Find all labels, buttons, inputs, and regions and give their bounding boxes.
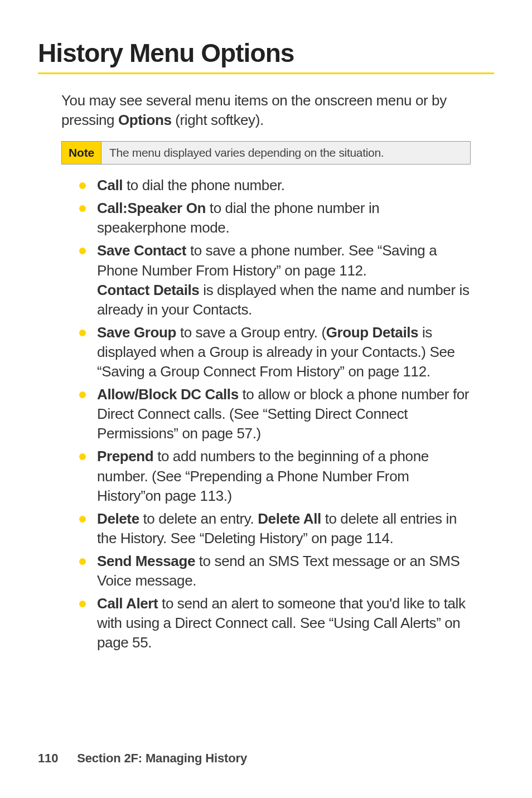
list-item-save-contact: Save Contact to save a phone number. See… [79, 241, 471, 319]
option-name-secondary: Group Details [326, 324, 418, 341]
page-number: 110 [38, 751, 58, 765]
section-title: Section 2F: Managing History [77, 751, 247, 765]
option-desc: to save a Group entry. ( [176, 324, 326, 341]
list-item-call-alert: Call Alert to send an alert to someone t… [79, 594, 471, 652]
option-name: Delete [97, 510, 139, 527]
option-name-secondary: Contact Details [97, 282, 199, 298]
page-footer: 110 Section 2F: Managing History [38, 751, 247, 766]
note-text: The menu displayed varies depending on t… [101, 142, 470, 164]
list-item-allow-block-dc: Allow/Block DC Calls to allow or block a… [79, 385, 471, 443]
option-name: Save Contact [97, 242, 186, 259]
option-name: Save Group [97, 324, 176, 341]
option-name-secondary: Delete All [258, 510, 321, 527]
option-name: Call Alert [97, 595, 158, 612]
note-box: Note The menu displayed varies depending… [61, 141, 471, 165]
option-desc: to delete an entry. [139, 510, 258, 527]
option-name: Prepend [97, 448, 153, 465]
list-item-delete: Delete to delete an entry. Delete All to… [79, 509, 471, 548]
page-title: History Menu Options [38, 38, 494, 74]
list-item-prepend: Prepend to add numbers to the beginning … [79, 447, 471, 505]
option-name: Allow/Block DC Calls [97, 386, 239, 403]
intro-post: (right softkey). [171, 112, 263, 128]
list-item-save-group: Save Group to save a Group entry. (Group… [79, 323, 471, 381]
note-label: Note [62, 142, 101, 164]
list-item-send-message: Send Message to send an SMS Text message… [79, 552, 471, 591]
list-item-call-speaker-on: Call:Speaker On to dial the phone number… [79, 199, 471, 238]
menu-options-list: Call to dial the phone number. Call:Spea… [79, 176, 471, 652]
intro-bold: Options [118, 112, 171, 128]
option-name: Call:Speaker On [97, 200, 206, 216]
list-item-call: Call to dial the phone number. [79, 176, 471, 195]
option-desc: to dial the phone number. [123, 177, 285, 194]
option-name: Send Message [97, 553, 195, 569]
option-name: Call [97, 177, 123, 194]
intro-text: You may see several menu items on the on… [61, 91, 494, 130]
